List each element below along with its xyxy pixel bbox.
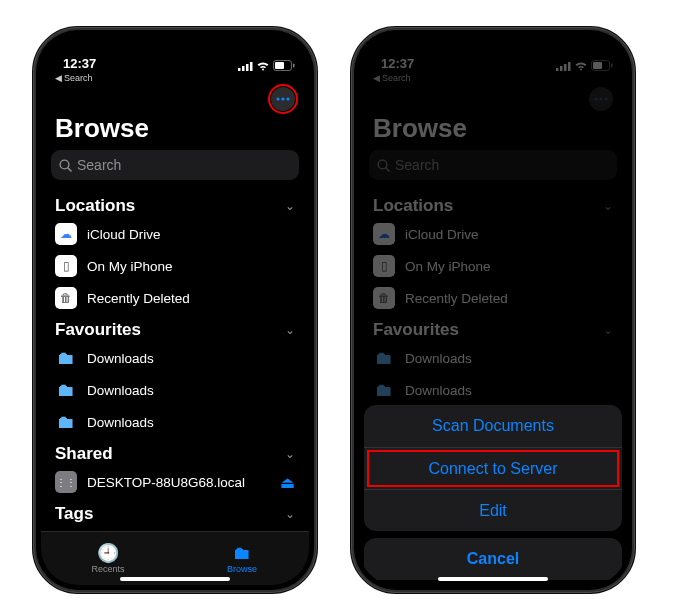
signal-icon [556, 61, 571, 71]
svg-rect-0 [238, 68, 241, 71]
cancel-button[interactable]: Cancel [364, 538, 622, 580]
cloud-icon: ☁ [55, 223, 77, 245]
status-time: 12:37 [381, 56, 414, 71]
back-search[interactable]: ◀ Search [359, 71, 627, 83]
phone-left: 12:37 ◀ Search Browse Search [36, 30, 314, 590]
folder-icon: 🖿 [373, 379, 395, 401]
fav-downloads-2[interactable]: 🖿Downloads [359, 374, 627, 406]
battery-icon [591, 60, 613, 71]
more-button[interactable] [589, 87, 613, 111]
phone-icon: ▯ [55, 255, 77, 277]
action-sheet-group: Scan Documents Connect to Server Edit [364, 405, 622, 531]
status-time: 12:37 [63, 56, 96, 71]
shared-header[interactable]: Shared ⌄ [41, 438, 309, 466]
svg-point-8 [281, 97, 284, 100]
svg-point-19 [594, 97, 597, 100]
location-onmyiphone[interactable]: ▯ On My iPhone [41, 250, 309, 282]
phone-right: 12:37 ◀ Search Browse Search [354, 30, 632, 590]
chevron-left-icon: ◀ [373, 73, 380, 83]
clock-icon: 🕘 [97, 543, 119, 563]
folder-icon: 🖿 [373, 347, 395, 369]
svg-line-11 [68, 168, 71, 171]
svg-rect-17 [593, 62, 602, 69]
shared-desktop[interactable]: ⋮⋮ DESKTOP-88U8G68.local ⏏ [41, 466, 309, 498]
action-sheet: Scan Documents Connect to Server Edit Ca… [364, 405, 622, 580]
chevron-down-icon: ⌄ [285, 507, 295, 521]
svg-rect-5 [275, 62, 284, 69]
status-icons [556, 60, 613, 71]
fav-downloads-2[interactable]: 🖿Downloads [41, 374, 309, 406]
svg-point-9 [286, 97, 289, 100]
svg-point-21 [604, 97, 607, 100]
svg-rect-18 [611, 64, 613, 68]
svg-rect-1 [242, 66, 245, 71]
svg-rect-15 [568, 62, 571, 71]
location-onmyiphone[interactable]: ▯On My iPhone [359, 250, 627, 282]
svg-line-23 [386, 168, 389, 171]
search-placeholder: Search [77, 157, 121, 173]
notch [423, 30, 563, 52]
search-icon [377, 159, 390, 172]
svg-rect-3 [250, 62, 253, 71]
folder-icon: 🖿 [55, 347, 77, 369]
folder-icon: 🖿 [55, 379, 77, 401]
chevron-down-icon: ⌄ [603, 323, 613, 337]
phone-icon: ▯ [373, 255, 395, 277]
search-placeholder: Search [395, 157, 439, 173]
back-search[interactable]: ◀ Search [41, 71, 309, 83]
location-recently-deleted[interactable]: 🗑Recently Deleted [359, 282, 627, 314]
notch [105, 30, 245, 52]
chevron-down-icon: ⌄ [285, 447, 295, 461]
chevron-left-icon: ◀ [55, 73, 62, 83]
edit-button[interactable]: Edit [364, 489, 622, 531]
favourites-header[interactable]: Favourites⌄ [359, 314, 627, 342]
locations-header[interactable]: Locations ⌄ [41, 190, 309, 218]
fav-downloads-3[interactable]: 🖿Downloads [41, 406, 309, 438]
status-icons [238, 60, 295, 71]
chevron-down-icon: ⌄ [285, 199, 295, 213]
search-input[interactable]: Search [51, 150, 299, 180]
location-icloud[interactable]: ☁iCloud Drive [359, 218, 627, 250]
svg-point-20 [599, 97, 602, 100]
search-icon [59, 159, 72, 172]
svg-rect-12 [556, 68, 559, 71]
eject-icon[interactable]: ⏏ [280, 473, 295, 492]
fav-downloads-1[interactable]: 🖿Downloads [41, 342, 309, 374]
cloud-icon: ☁ [373, 223, 395, 245]
folder-icon: 🖿 [233, 543, 251, 563]
wifi-icon [574, 61, 588, 71]
people-icon: ⋮⋮ [55, 471, 77, 493]
trash-icon: 🗑 [373, 287, 395, 309]
search-input[interactable]: Search [369, 150, 617, 180]
location-recently-deleted[interactable]: 🗑 Recently Deleted [41, 282, 309, 314]
location-icloud[interactable]: ☁ iCloud Drive [41, 218, 309, 250]
svg-rect-14 [564, 64, 567, 71]
svg-rect-13 [560, 66, 563, 71]
connect-to-server-button[interactable]: Connect to Server [364, 447, 622, 489]
ellipsis-icon [594, 97, 608, 101]
page-title: Browse [359, 111, 627, 150]
more-button[interactable] [271, 87, 295, 111]
ellipsis-icon [276, 97, 290, 101]
signal-icon [238, 61, 253, 71]
favourites-header[interactable]: Favourites ⌄ [41, 314, 309, 342]
chevron-down-icon: ⌄ [285, 323, 295, 337]
wifi-icon [256, 61, 270, 71]
svg-rect-2 [246, 64, 249, 71]
page-title: Browse [41, 111, 309, 150]
svg-point-7 [276, 97, 279, 100]
home-indicator[interactable] [120, 577, 230, 581]
screen: 12:37 ◀ Search Browse Search [359, 35, 627, 585]
tags-header[interactable]: Tags ⌄ [41, 498, 309, 526]
home-indicator[interactable] [438, 577, 548, 581]
folder-icon: 🖿 [55, 411, 77, 433]
screen: 12:37 ◀ Search Browse Search [41, 35, 309, 585]
scan-documents-button[interactable]: Scan Documents [364, 405, 622, 447]
fav-downloads-1[interactable]: 🖿Downloads [359, 342, 627, 374]
trash-icon: 🗑 [55, 287, 77, 309]
locations-header[interactable]: Locations⌄ [359, 190, 627, 218]
svg-rect-6 [293, 64, 295, 68]
chevron-down-icon: ⌄ [603, 199, 613, 213]
battery-icon [273, 60, 295, 71]
